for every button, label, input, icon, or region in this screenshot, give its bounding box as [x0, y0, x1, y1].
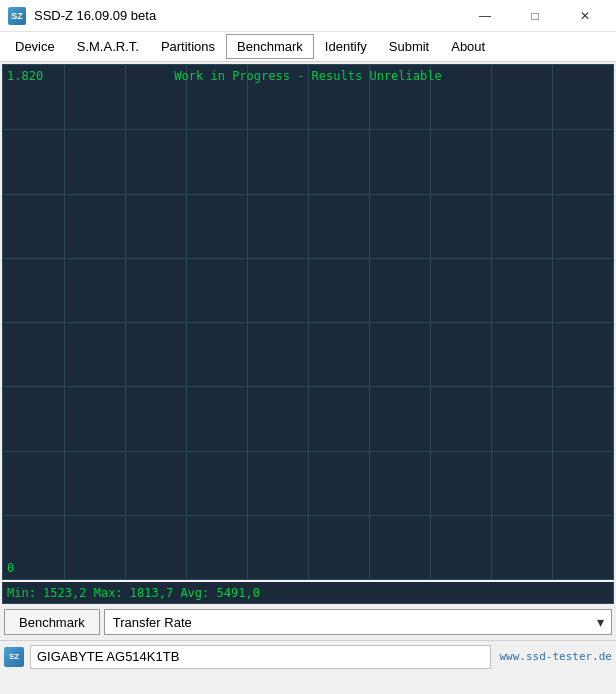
menu-item-partitions[interactable]: Partitions: [150, 34, 226, 59]
chart-grid: [3, 65, 613, 579]
dropdown-wrapper: Transfer Rate Random Read Random Write S…: [104, 609, 612, 635]
menu-item-identify[interactable]: Identify: [314, 34, 378, 59]
website-label: www.ssd-tester.de: [499, 650, 612, 663]
title-bar: SZ SSD-Z 16.09.09 beta — □ ✕: [0, 0, 616, 32]
menu-item-about[interactable]: About: [440, 34, 496, 59]
bottom-controls: Benchmark Transfer Rate Random Read Rand…: [0, 604, 616, 640]
maximize-button[interactable]: □: [512, 0, 558, 32]
transfer-rate-dropdown[interactable]: Transfer Rate Random Read Random Write S…: [104, 609, 612, 635]
title-bar-left: SZ SSD-Z 16.09.09 beta: [8, 7, 156, 25]
close-button[interactable]: ✕: [562, 0, 608, 32]
minimize-button[interactable]: —: [462, 0, 508, 32]
menu-bar: Device S.M.A.R.T. Partitions Benchmark I…: [0, 32, 616, 62]
menu-item-device[interactable]: Device: [4, 34, 66, 59]
menu-item-benchmark[interactable]: Benchmark: [226, 34, 314, 59]
app-icon: SZ: [8, 7, 26, 25]
chart-y-min-label: 0: [7, 561, 14, 575]
window-controls: — □ ✕: [462, 0, 608, 32]
chart-title-label: Work in Progress - Results Unreliable: [3, 69, 613, 83]
menu-item-submit[interactable]: Submit: [378, 34, 440, 59]
app-title: SSD-Z 16.09.09 beta: [34, 8, 156, 23]
device-name-label: GIGABYTE AG514K1TB: [30, 645, 491, 669]
menu-item-smart[interactable]: S.M.A.R.T.: [66, 34, 150, 59]
benchmark-button[interactable]: Benchmark: [4, 609, 100, 635]
status-bar: SZ GIGABYTE AG514K1TB www.ssd-tester.de: [0, 640, 616, 672]
stats-text: Min: 1523,2 Max: 1813,7 Avg: 5491,0: [7, 586, 260, 600]
device-icon: SZ: [4, 647, 24, 667]
chart-area: 1.820 Work in Progress - Results Unrelia…: [2, 64, 614, 580]
stats-bar: Min: 1523,2 Max: 1813,7 Avg: 5491,0: [2, 582, 614, 604]
